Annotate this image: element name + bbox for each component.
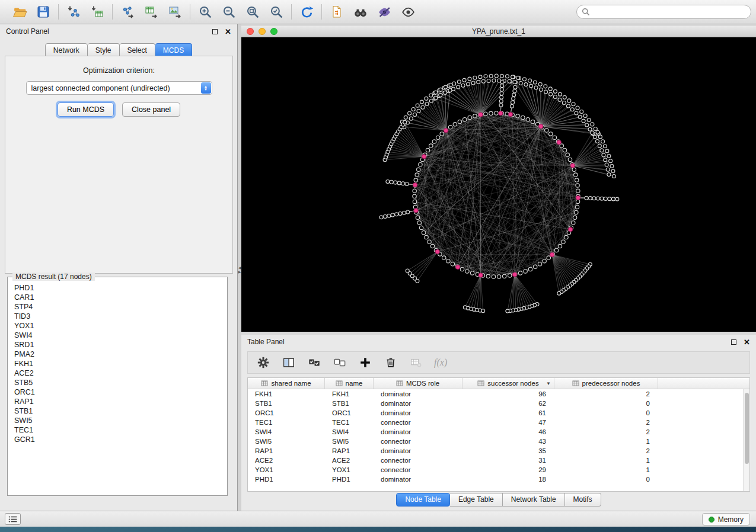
mcds-result-item[interactable]: ORC1: [8, 387, 227, 397]
close-panel-button[interactable]: Close panel: [122, 102, 180, 117]
mcds-result-item[interactable]: SWI4: [8, 331, 227, 340]
mcds-result-item[interactable]: PHD1: [8, 283, 227, 293]
table-cell: TEC1: [325, 419, 374, 426]
network-canvas[interactable]: [241, 37, 756, 332]
table-cell: 2: [554, 447, 658, 454]
table-panel-title: Table Panel: [247, 338, 285, 346]
table-cell: 0: [554, 409, 658, 416]
status-bar: Memory: [0, 511, 756, 527]
save-session-icon[interactable]: [35, 4, 52, 20]
mcds-result-item[interactable]: ACE2: [8, 368, 227, 378]
column-header-successor-nodes[interactable]: successor nodes ▼: [462, 378, 554, 389]
export-document-icon[interactable]: [328, 4, 345, 20]
table-cell: FKH1: [248, 390, 325, 398]
column-grid-icon: [572, 380, 579, 387]
table-row[interactable]: ORC1ORC1dominator610: [248, 408, 749, 418]
table-row[interactable]: SWI4SWI4dominator462: [248, 427, 749, 437]
sort-descending-icon[interactable]: ▼: [546, 381, 551, 386]
search-box[interactable]: [576, 5, 751, 19]
table-cell: connector: [374, 457, 462, 464]
table-cell: RAP1: [248, 447, 325, 454]
zoom-window-icon[interactable]: [270, 28, 277, 35]
column-label: name: [346, 380, 363, 387]
add-column-icon[interactable]: [358, 355, 373, 370]
export-table-icon[interactable]: [143, 4, 160, 20]
scrollbar-thumb[interactable]: [745, 393, 749, 464]
export-image-icon[interactable]: [167, 4, 183, 20]
tab-motifs[interactable]: Motifs: [565, 493, 601, 507]
mcds-result-item[interactable]: TEC1: [8, 425, 227, 435]
column-label: shared name: [271, 380, 311, 387]
tab-edge-table[interactable]: Edge Table: [450, 493, 503, 507]
control-panel-title: Control Panel: [6, 27, 49, 36]
table-row[interactable]: PHD1PHD1dominator180: [248, 475, 749, 484]
mcds-result-item[interactable]: SWI5: [8, 416, 227, 425]
table-cell: 43: [462, 438, 554, 445]
close-table-panel-icon[interactable]: ✕: [744, 339, 750, 345]
minimize-window-icon[interactable]: [259, 28, 266, 35]
delete-column-icon[interactable]: [383, 355, 398, 370]
mcds-result-item[interactable]: STP4: [8, 302, 227, 312]
network-titlebar[interactable]: YPA_prune.txt_1: [241, 26, 756, 37]
table-row[interactable]: SWI5SWI5connector431: [248, 437, 749, 446]
float-panel-icon[interactable]: [212, 29, 218, 34]
memory-label: Memory: [718, 515, 744, 524]
select-all-rows-icon[interactable]: [307, 355, 322, 370]
search-input[interactable]: [593, 8, 746, 16]
open-file-icon[interactable]: [11, 4, 28, 20]
mcds-result-item[interactable]: RAP1: [8, 397, 227, 406]
task-history-button[interactable]: [5, 513, 21, 525]
table-cell: 1: [554, 466, 658, 473]
memory-button[interactable]: Memory: [702, 513, 750, 525]
mcds-result-item[interactable]: GCR1: [8, 435, 227, 444]
table-row[interactable]: STB1STB1dominator620: [248, 399, 749, 408]
mcds-result-item[interactable]: STB5: [8, 378, 227, 387]
import-table-file-icon[interactable]: [89, 4, 106, 20]
close-window-icon[interactable]: [247, 28, 254, 35]
mcds-tab-content: Optimization criterion: largest connecte…: [5, 56, 233, 274]
column-layout-icon[interactable]: [281, 355, 296, 370]
tab-network-table[interactable]: Network Table: [503, 493, 565, 507]
view-group: [322, 4, 423, 20]
mcds-result-item[interactable]: CAR1: [8, 293, 227, 302]
style-preview-icon[interactable]: [376, 4, 393, 20]
mcds-result-item[interactable]: YOX1: [8, 321, 227, 331]
refresh-view-icon[interactable]: [298, 4, 315, 20]
table-cell: STB1: [325, 400, 374, 407]
column-header-name[interactable]: name: [325, 378, 374, 389]
mcds-result-item[interactable]: SRD1: [8, 340, 227, 350]
criterion-select[interactable]: largest connected component (undirected)…: [26, 81, 212, 95]
export-network-icon[interactable]: [119, 4, 136, 20]
column-header-mcds-role[interactable]: MCDS role: [374, 378, 462, 389]
zoom-fit-icon[interactable]: [244, 4, 261, 20]
deselect-all-rows-icon[interactable]: [332, 355, 347, 370]
search-icon: [582, 8, 590, 16]
zoom-out-icon[interactable]: [221, 4, 237, 20]
table-row[interactable]: FKH1FKH1dominator962: [248, 389, 749, 399]
table-row[interactable]: TEC1TEC1connector472: [248, 418, 749, 427]
table-row[interactable]: ACE2ACE2connector311: [248, 456, 749, 465]
column-header-shared-name[interactable]: shared name: [248, 378, 325, 389]
mcds-result-item[interactable]: FKH1: [8, 359, 227, 368]
close-panel-icon[interactable]: ✕: [225, 29, 231, 34]
function-builder-icon: f(x): [434, 357, 447, 368]
tab-node-table[interactable]: Node Table: [396, 493, 450, 507]
table-row[interactable]: YOX1YOX1connector291: [248, 465, 749, 475]
run-mcds-button[interactable]: Run MCDS: [58, 102, 114, 117]
network-graph[interactable]: [241, 37, 756, 332]
find-icon[interactable]: [352, 4, 369, 20]
settings-gear-icon[interactable]: [256, 355, 271, 370]
mcds-result-item[interactable]: PMA2: [8, 350, 227, 359]
show-details-icon[interactable]: [400, 4, 416, 20]
mcds-result-item[interactable]: STB1: [8, 406, 227, 416]
zoom-in-icon[interactable]: [197, 4, 213, 20]
float-table-panel-icon[interactable]: [731, 339, 736, 345]
table-cell: 35: [462, 447, 554, 454]
zoom-selected-icon[interactable]: [268, 4, 285, 20]
table-row[interactable]: RAP1RAP1dominator352: [248, 446, 749, 456]
column-header-predecessor-nodes[interactable]: predecessor nodes: [554, 378, 658, 389]
import-network-file-icon[interactable]: [65, 4, 82, 20]
mcds-result-item[interactable]: TID3: [8, 312, 227, 321]
table-scrollbar[interactable]: [743, 389, 749, 491]
table-cell: 62: [462, 400, 554, 407]
